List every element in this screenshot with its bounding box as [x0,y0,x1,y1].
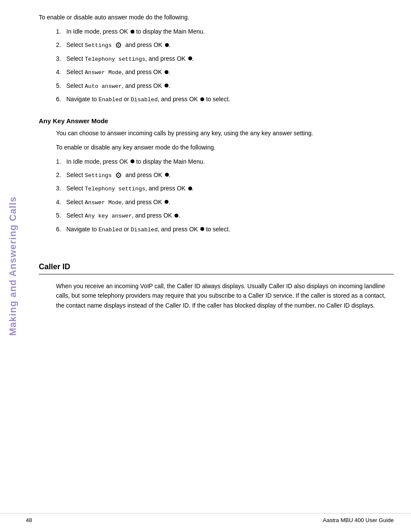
ok-dot-icon [165,43,169,47]
any-key-steps: 1. In Idle mode, press OK to display the… [56,157,394,239]
list-item: 1. In Idle mode, press OK to display the… [56,27,394,36]
auto-answer-text: Auto answer [85,83,122,90]
page: Making and Answering Calls To enable or … [0,0,411,532]
settings-text: Settings [85,42,112,49]
ok-dot-icon [200,97,204,101]
list-item: 3. Select Telephony settings, and press … [56,54,394,64]
list-item: 2. Select Settings ⚙ and press OK . [56,171,394,180]
any-key-heading: Any Key Answer Mode [39,117,394,124]
auto-answer-steps: 1. In Idle mode, press OK to display the… [56,27,394,109]
any-key-desc-2: To enable or disable any key answer mode… [56,143,394,152]
ok-dot-icon [165,70,168,74]
list-item: 5. Select Auto answer, and press OK . [56,81,394,91]
telephony-settings-text-2: Telephony settings [85,186,145,192]
caller-id-heading: Caller ID [39,262,394,274]
settings-icon-2: ⚙ [115,171,122,179]
footer: 48 Aastra MBU 400 User Guide [0,513,411,523]
list-item: 4. Select Answer Mode, and press OK . [56,68,394,77]
list-item: 2. Select Settings ⚙ and press OK . [56,40,394,50]
enabled-text: Enabled [99,96,122,103]
caller-id-description: When you receive an incoming VoIP call, … [56,281,394,310]
sidebar: Making and Answering Calls [0,0,26,532]
ok-dot-icon [165,173,169,177]
ok-dot-icon [188,187,192,190]
list-item: 5. Select Any key answer, and press OK . [56,211,394,221]
telephony-settings-text: Telephony settings [85,56,145,62]
ok-dot-icon [174,214,178,218]
ok-dot-icon [165,200,168,204]
list-item: 3. Select Telephony settings, and press … [56,184,394,193]
list-item: 6. Navigate to Enabled or Disabled, and … [56,95,394,104]
any-key-desc-section: You can choose to answer incoming calls … [56,129,394,157]
sidebar-label: Making and Answering Calls [7,196,19,336]
list-item: 6. Navigate to Enabled or Disabled, and … [56,225,394,234]
enabled-text-2: Enabled [99,227,122,233]
answer-mode-text: Answer Mode [85,69,122,76]
main-content: To enable or disable auto answer mode do… [26,0,411,532]
ok-dot-icon [200,227,204,231]
settings-text-2: Settings [85,172,112,179]
guide-title: Aastra MBU 400 User Guide [323,517,394,523]
list-item: 4. Select Answer Mode, and press OK . [56,198,394,207]
any-key-answer-text: Any key answer [85,213,132,219]
disabled-text-2: Disabled [131,227,158,233]
list-item: 1. In Idle mode, press OK to display the… [56,157,394,166]
auto-answer-intro: To enable or disable auto answer mode do… [39,13,394,22]
ok-dot-icon [165,84,168,87]
settings-icon: ⚙ [115,41,122,49]
answer-mode-text-2: Answer Mode [85,199,122,206]
ok-dot-icon [131,159,134,163]
disabled-text: Disabled [131,96,158,103]
page-number: 48 [26,517,32,523]
any-key-desc-1: You can choose to answer incoming calls … [56,129,394,138]
caller-id-section: Caller ID When you receive an incoming V… [39,254,394,310]
ok-dot-icon [131,30,134,34]
ok-dot-icon [188,56,192,60]
